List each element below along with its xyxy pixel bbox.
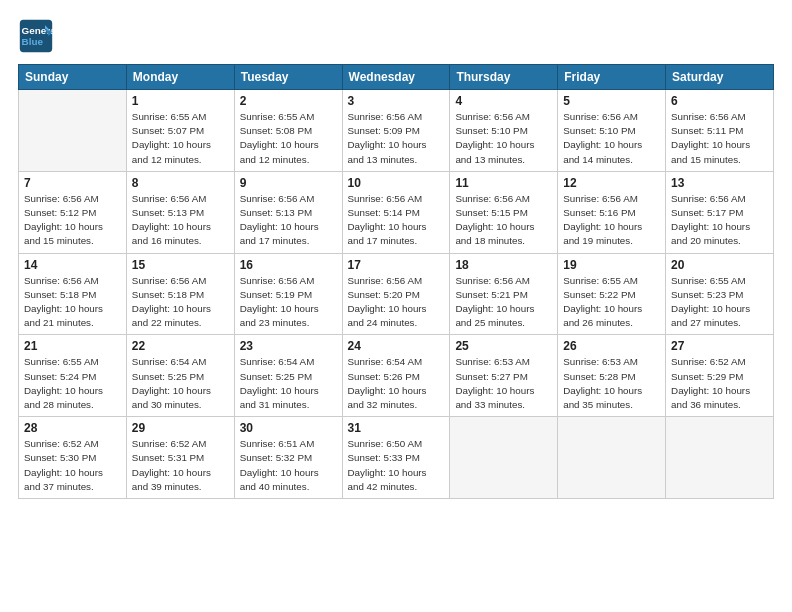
day-info: Sunrise: 6:56 AMSunset: 5:13 PMDaylight:… — [240, 192, 337, 249]
calendar-cell: 18Sunrise: 6:56 AMSunset: 5:21 PMDayligh… — [450, 253, 558, 335]
day-info: Sunrise: 6:56 AMSunset: 5:13 PMDaylight:… — [132, 192, 229, 249]
day-number: 6 — [671, 94, 768, 108]
calendar-header-row: SundayMondayTuesdayWednesdayThursdayFrid… — [19, 65, 774, 90]
calendar-cell: 19Sunrise: 6:55 AMSunset: 5:22 PMDayligh… — [558, 253, 666, 335]
weekday-header: Monday — [126, 65, 234, 90]
calendar-cell: 14Sunrise: 6:56 AMSunset: 5:18 PMDayligh… — [19, 253, 127, 335]
calendar-cell: 6Sunrise: 6:56 AMSunset: 5:11 PMDaylight… — [666, 90, 774, 172]
day-info: Sunrise: 6:51 AMSunset: 5:32 PMDaylight:… — [240, 437, 337, 494]
day-number: 29 — [132, 421, 229, 435]
day-info: Sunrise: 6:56 AMSunset: 5:16 PMDaylight:… — [563, 192, 660, 249]
day-number: 18 — [455, 258, 552, 272]
day-number: 5 — [563, 94, 660, 108]
calendar-cell: 17Sunrise: 6:56 AMSunset: 5:20 PMDayligh… — [342, 253, 450, 335]
weekday-header: Wednesday — [342, 65, 450, 90]
day-info: Sunrise: 6:56 AMSunset: 5:11 PMDaylight:… — [671, 110, 768, 167]
calendar-cell: 2Sunrise: 6:55 AMSunset: 5:08 PMDaylight… — [234, 90, 342, 172]
day-info: Sunrise: 6:54 AMSunset: 5:25 PMDaylight:… — [132, 355, 229, 412]
day-info: Sunrise: 6:54 AMSunset: 5:25 PMDaylight:… — [240, 355, 337, 412]
day-info: Sunrise: 6:56 AMSunset: 5:20 PMDaylight:… — [348, 274, 445, 331]
day-info: Sunrise: 6:56 AMSunset: 5:14 PMDaylight:… — [348, 192, 445, 249]
weekday-header: Thursday — [450, 65, 558, 90]
calendar-cell: 31Sunrise: 6:50 AMSunset: 5:33 PMDayligh… — [342, 417, 450, 499]
calendar-cell: 9Sunrise: 6:56 AMSunset: 5:13 PMDaylight… — [234, 171, 342, 253]
week-row: 21Sunrise: 6:55 AMSunset: 5:24 PMDayligh… — [19, 335, 774, 417]
day-number: 11 — [455, 176, 552, 190]
header: General Blue — [18, 18, 774, 54]
day-number: 27 — [671, 339, 768, 353]
calendar-cell: 3Sunrise: 6:56 AMSunset: 5:09 PMDaylight… — [342, 90, 450, 172]
day-number: 12 — [563, 176, 660, 190]
day-number: 17 — [348, 258, 445, 272]
calendar-cell: 12Sunrise: 6:56 AMSunset: 5:16 PMDayligh… — [558, 171, 666, 253]
weekday-header: Saturday — [666, 65, 774, 90]
svg-text:Blue: Blue — [22, 36, 44, 47]
calendar-cell: 4Sunrise: 6:56 AMSunset: 5:10 PMDaylight… — [450, 90, 558, 172]
calendar-cell: 15Sunrise: 6:56 AMSunset: 5:18 PMDayligh… — [126, 253, 234, 335]
day-info: Sunrise: 6:55 AMSunset: 5:24 PMDaylight:… — [24, 355, 121, 412]
day-info: Sunrise: 6:55 AMSunset: 5:07 PMDaylight:… — [132, 110, 229, 167]
week-row: 1Sunrise: 6:55 AMSunset: 5:07 PMDaylight… — [19, 90, 774, 172]
calendar-cell: 28Sunrise: 6:52 AMSunset: 5:30 PMDayligh… — [19, 417, 127, 499]
day-info: Sunrise: 6:52 AMSunset: 5:29 PMDaylight:… — [671, 355, 768, 412]
day-number: 24 — [348, 339, 445, 353]
calendar-cell: 29Sunrise: 6:52 AMSunset: 5:31 PMDayligh… — [126, 417, 234, 499]
day-number: 10 — [348, 176, 445, 190]
day-number: 21 — [24, 339, 121, 353]
day-info: Sunrise: 6:55 AMSunset: 5:23 PMDaylight:… — [671, 274, 768, 331]
calendar-cell: 16Sunrise: 6:56 AMSunset: 5:19 PMDayligh… — [234, 253, 342, 335]
day-info: Sunrise: 6:56 AMSunset: 5:18 PMDaylight:… — [132, 274, 229, 331]
day-number: 20 — [671, 258, 768, 272]
day-info: Sunrise: 6:56 AMSunset: 5:17 PMDaylight:… — [671, 192, 768, 249]
calendar-table: SundayMondayTuesdayWednesdayThursdayFrid… — [18, 64, 774, 499]
day-number: 16 — [240, 258, 337, 272]
day-info: Sunrise: 6:56 AMSunset: 5:19 PMDaylight:… — [240, 274, 337, 331]
day-number: 1 — [132, 94, 229, 108]
day-info: Sunrise: 6:53 AMSunset: 5:27 PMDaylight:… — [455, 355, 552, 412]
day-info: Sunrise: 6:55 AMSunset: 5:08 PMDaylight:… — [240, 110, 337, 167]
day-info: Sunrise: 6:56 AMSunset: 5:10 PMDaylight:… — [563, 110, 660, 167]
calendar-cell: 25Sunrise: 6:53 AMSunset: 5:27 PMDayligh… — [450, 335, 558, 417]
calendar-cell: 10Sunrise: 6:56 AMSunset: 5:14 PMDayligh… — [342, 171, 450, 253]
day-info: Sunrise: 6:56 AMSunset: 5:15 PMDaylight:… — [455, 192, 552, 249]
calendar-cell — [666, 417, 774, 499]
calendar-cell: 7Sunrise: 6:56 AMSunset: 5:12 PMDaylight… — [19, 171, 127, 253]
calendar-cell: 22Sunrise: 6:54 AMSunset: 5:25 PMDayligh… — [126, 335, 234, 417]
day-info: Sunrise: 6:50 AMSunset: 5:33 PMDaylight:… — [348, 437, 445, 494]
day-number: 2 — [240, 94, 337, 108]
day-number: 7 — [24, 176, 121, 190]
day-number: 9 — [240, 176, 337, 190]
day-info: Sunrise: 6:53 AMSunset: 5:28 PMDaylight:… — [563, 355, 660, 412]
day-info: Sunrise: 6:54 AMSunset: 5:26 PMDaylight:… — [348, 355, 445, 412]
week-row: 14Sunrise: 6:56 AMSunset: 5:18 PMDayligh… — [19, 253, 774, 335]
calendar-cell: 26Sunrise: 6:53 AMSunset: 5:28 PMDayligh… — [558, 335, 666, 417]
calendar-cell: 24Sunrise: 6:54 AMSunset: 5:26 PMDayligh… — [342, 335, 450, 417]
week-row: 28Sunrise: 6:52 AMSunset: 5:30 PMDayligh… — [19, 417, 774, 499]
page: General Blue SundayMondayTuesdayWednesda… — [0, 0, 792, 612]
day-number: 8 — [132, 176, 229, 190]
calendar-cell: 21Sunrise: 6:55 AMSunset: 5:24 PMDayligh… — [19, 335, 127, 417]
logo: General Blue — [18, 18, 54, 54]
day-number: 19 — [563, 258, 660, 272]
calendar-cell — [450, 417, 558, 499]
day-number: 31 — [348, 421, 445, 435]
day-info: Sunrise: 6:56 AMSunset: 5:12 PMDaylight:… — [24, 192, 121, 249]
calendar-cell: 8Sunrise: 6:56 AMSunset: 5:13 PMDaylight… — [126, 171, 234, 253]
day-number: 3 — [348, 94, 445, 108]
calendar-cell: 27Sunrise: 6:52 AMSunset: 5:29 PMDayligh… — [666, 335, 774, 417]
day-number: 15 — [132, 258, 229, 272]
logo-icon: General Blue — [18, 18, 54, 54]
weekday-header: Friday — [558, 65, 666, 90]
day-info: Sunrise: 6:55 AMSunset: 5:22 PMDaylight:… — [563, 274, 660, 331]
day-number: 28 — [24, 421, 121, 435]
calendar-cell: 23Sunrise: 6:54 AMSunset: 5:25 PMDayligh… — [234, 335, 342, 417]
calendar-cell — [19, 90, 127, 172]
day-number: 30 — [240, 421, 337, 435]
day-info: Sunrise: 6:56 AMSunset: 5:10 PMDaylight:… — [455, 110, 552, 167]
day-number: 14 — [24, 258, 121, 272]
day-number: 13 — [671, 176, 768, 190]
calendar-cell: 11Sunrise: 6:56 AMSunset: 5:15 PMDayligh… — [450, 171, 558, 253]
calendar-cell: 5Sunrise: 6:56 AMSunset: 5:10 PMDaylight… — [558, 90, 666, 172]
week-row: 7Sunrise: 6:56 AMSunset: 5:12 PMDaylight… — [19, 171, 774, 253]
day-info: Sunrise: 6:56 AMSunset: 5:21 PMDaylight:… — [455, 274, 552, 331]
